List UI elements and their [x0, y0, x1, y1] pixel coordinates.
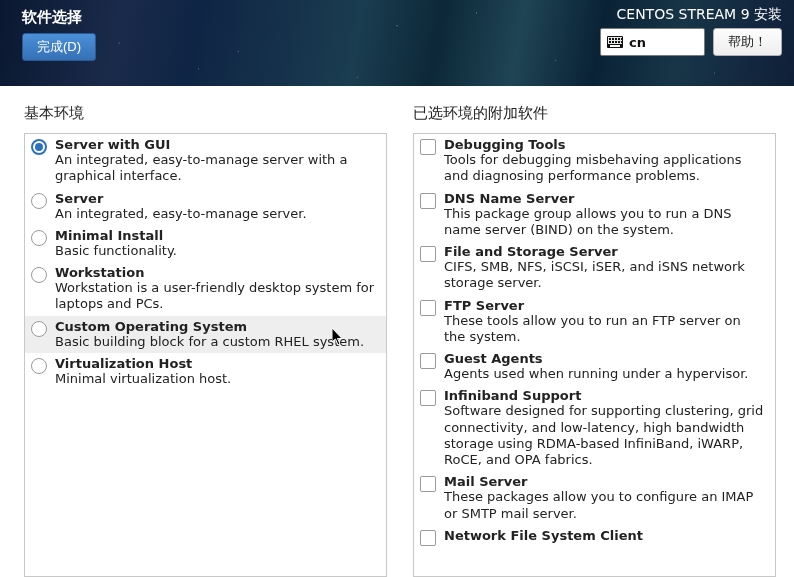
addons-title: 已选环境的附加软件 [413, 104, 776, 123]
base-env-column: 基本环境 Server with GUIAn integrated, easy-… [24, 104, 387, 577]
checkbox[interactable] [420, 300, 436, 316]
item-label: FTP Server [444, 298, 765, 313]
item-label: Custom Operating System [55, 319, 376, 334]
radio-button[interactable] [31, 358, 47, 374]
checkbox[interactable] [420, 139, 436, 155]
radio-button[interactable] [31, 321, 47, 337]
help-button[interactable]: 帮助！ [713, 28, 782, 56]
item-label: Workstation [55, 265, 376, 280]
checkbox[interactable] [420, 476, 436, 492]
radio-button[interactable] [31, 267, 47, 283]
addon-item[interactable]: DNS Name ServerThis package group allows… [414, 188, 775, 242]
addon-item[interactable]: Network File System Client [414, 525, 775, 549]
addon-item[interactable]: Guest AgentsAgents used when running und… [414, 348, 775, 385]
item-label: DNS Name Server [444, 191, 765, 206]
addon-item[interactable]: Infiniband SupportSoftware designed for … [414, 385, 775, 471]
page-title: 软件选择 [22, 8, 96, 27]
item-label: File and Storage Server [444, 244, 765, 259]
base-env-item[interactable]: WorkstationWorkstation is a user-friendl… [25, 262, 386, 316]
item-label: Server with GUI [55, 137, 376, 152]
addon-item[interactable]: Debugging ToolsTools for debugging misbe… [414, 134, 775, 188]
item-description: Minimal virtualization host. [55, 371, 376, 387]
radio-button[interactable] [31, 230, 47, 246]
keyboard-layout-label: cn [629, 35, 646, 50]
item-description: Workstation is a user-friendly desktop s… [55, 280, 376, 313]
item-description: Agents used when running under a hypervi… [444, 366, 765, 382]
keyboard-icon [607, 36, 623, 48]
addons-listbox[interactable]: Debugging ToolsTools for debugging misbe… [413, 133, 776, 577]
item-label: Virtualization Host [55, 356, 376, 371]
base-env-item[interactable]: Minimal InstallBasic functionality. [25, 225, 386, 262]
addon-item[interactable]: FTP ServerThese tools allow you to run a… [414, 295, 775, 349]
item-description: An integrated, easy-to-manage server wit… [55, 152, 376, 185]
base-env-item[interactable]: ServerAn integrated, easy-to-manage serv… [25, 188, 386, 225]
content-area: 基本环境 Server with GUIAn integrated, easy-… [0, 86, 794, 577]
item-description: Tools for debugging misbehaving applicat… [444, 152, 765, 185]
radio-button[interactable] [31, 193, 47, 209]
base-env-item[interactable]: Virtualization HostMinimal virtualizatio… [25, 353, 386, 390]
checkbox[interactable] [420, 390, 436, 406]
keyboard-layout-selector[interactable]: cn [600, 28, 705, 56]
addons-column: 已选环境的附加软件 Debugging ToolsTools for debug… [413, 104, 776, 577]
item-description: This package group allows you to run a D… [444, 206, 765, 239]
checkbox[interactable] [420, 353, 436, 369]
item-description: Software designed for supporting cluster… [444, 403, 765, 468]
item-label: Debugging Tools [444, 137, 765, 152]
addon-item[interactable]: Mail ServerThese packages allow you to c… [414, 471, 775, 525]
radio-button[interactable] [31, 139, 47, 155]
addon-item[interactable]: File and Storage ServerCIFS, SMB, NFS, i… [414, 241, 775, 295]
item-label: Guest Agents [444, 351, 765, 366]
item-description: Basic functionality. [55, 243, 376, 259]
item-description: An integrated, easy-to-manage server. [55, 206, 376, 222]
item-label: Server [55, 191, 376, 206]
base-env-item[interactable]: Custom Operating SystemBasic building bl… [25, 316, 386, 353]
done-button[interactable]: 完成(D) [22, 33, 96, 61]
item-label: Infiniband Support [444, 388, 765, 403]
item-description: These packages allow you to configure an… [444, 489, 765, 522]
item-description: CIFS, SMB, NFS, iSCSI, iSER, and iSNS ne… [444, 259, 765, 292]
base-env-title: 基本环境 [24, 104, 387, 123]
item-label: Network File System Client [444, 528, 765, 543]
checkbox[interactable] [420, 193, 436, 209]
item-label: Mail Server [444, 474, 765, 489]
base-env-listbox[interactable]: Server with GUIAn integrated, easy-to-ma… [24, 133, 387, 577]
checkbox[interactable] [420, 530, 436, 546]
header-bar: 软件选择 完成(D) CENTOS STREAM 9 安装 cn 帮助！ [0, 0, 794, 86]
base-env-item[interactable]: Server with GUIAn integrated, easy-to-ma… [25, 134, 386, 188]
checkbox[interactable] [420, 246, 436, 262]
item-label: Minimal Install [55, 228, 376, 243]
item-description: These tools allow you to run an FTP serv… [444, 313, 765, 346]
item-description: Basic building block for a custom RHEL s… [55, 334, 376, 350]
installer-title: CENTOS STREAM 9 安装 [617, 6, 782, 24]
